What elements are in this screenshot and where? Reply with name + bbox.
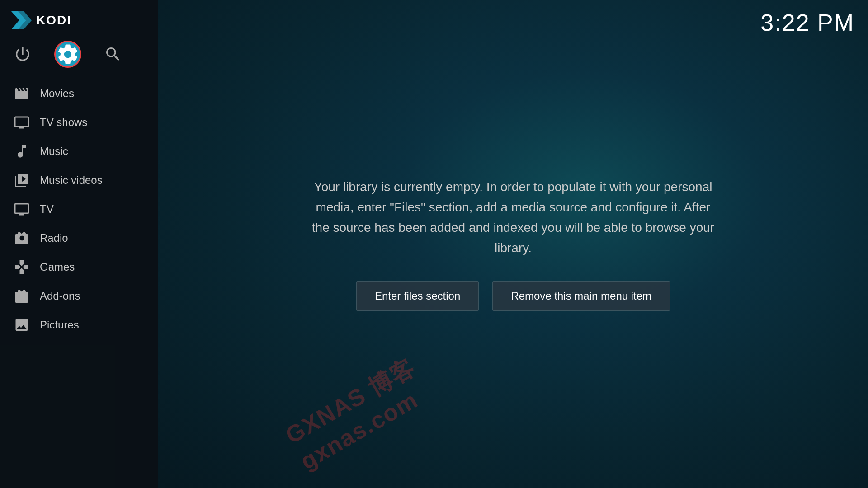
sidebar-item-music[interactable]: Music — [0, 137, 158, 166]
watermark: GXNAS 博客gxnas.com — [280, 352, 434, 475]
tvshows-icon — [14, 114, 30, 131]
settings-button[interactable] — [54, 41, 81, 68]
addons-label: Add-ons — [40, 290, 80, 302]
sidebar-item-addons[interactable]: Add-ons — [0, 282, 158, 310]
time-display: 3:22 PM — [760, 9, 854, 36]
movies-icon — [14, 85, 30, 102]
tv-icon — [14, 201, 30, 217]
sidebar-item-movies[interactable]: Movies — [0, 79, 158, 108]
sidebar: KODI Movies — [0, 0, 158, 488]
power-button[interactable] — [14, 45, 32, 63]
search-button[interactable] — [104, 45, 122, 63]
music-label: Music — [40, 145, 68, 158]
main-menu: Movies TV shows Music Music videos — [0, 79, 158, 488]
app-title: KODI — [36, 13, 71, 28]
sidebar-item-radio[interactable]: Radio — [0, 224, 158, 253]
sidebar-item-games[interactable]: Games — [0, 253, 158, 282]
library-empty-message: Your library is currently empty. In orde… — [310, 177, 717, 258]
remove-menu-item-button[interactable]: Remove this main menu item — [492, 281, 670, 311]
sidebar-item-pictures[interactable]: Pictures — [0, 310, 158, 339]
movies-label: Movies — [40, 87, 74, 100]
radio-icon — [14, 230, 30, 246]
sidebar-header: KODI — [0, 0, 158, 36]
sidebar-item-tv[interactable]: TV — [0, 195, 158, 224]
tv-label: TV — [40, 203, 54, 216]
radio-label: Radio — [40, 232, 68, 244]
library-message-container: Your library is currently empty. In orde… — [292, 177, 735, 310]
action-buttons: Enter files section Remove this main men… — [310, 281, 717, 311]
pictures-icon — [14, 317, 30, 333]
musicvideos-icon — [14, 172, 30, 188]
kodi-icon — [9, 9, 32, 32]
music-icon — [14, 143, 30, 160]
tvshows-label: TV shows — [40, 116, 87, 129]
sidebar-item-tvshows[interactable]: TV shows — [0, 108, 158, 137]
games-label: Games — [40, 261, 75, 273]
sidebar-item-musicvideos[interactable]: Music videos — [0, 166, 158, 195]
pictures-label: Pictures — [40, 319, 79, 331]
addons-icon — [14, 288, 30, 304]
main-content: 3:22 PM Your library is currently empty.… — [158, 0, 868, 488]
icon-bar — [0, 36, 158, 72]
games-icon — [14, 259, 30, 275]
kodi-logo: KODI — [9, 9, 71, 32]
enter-files-button[interactable]: Enter files section — [356, 281, 479, 311]
musicvideos-label: Music videos — [40, 174, 103, 187]
